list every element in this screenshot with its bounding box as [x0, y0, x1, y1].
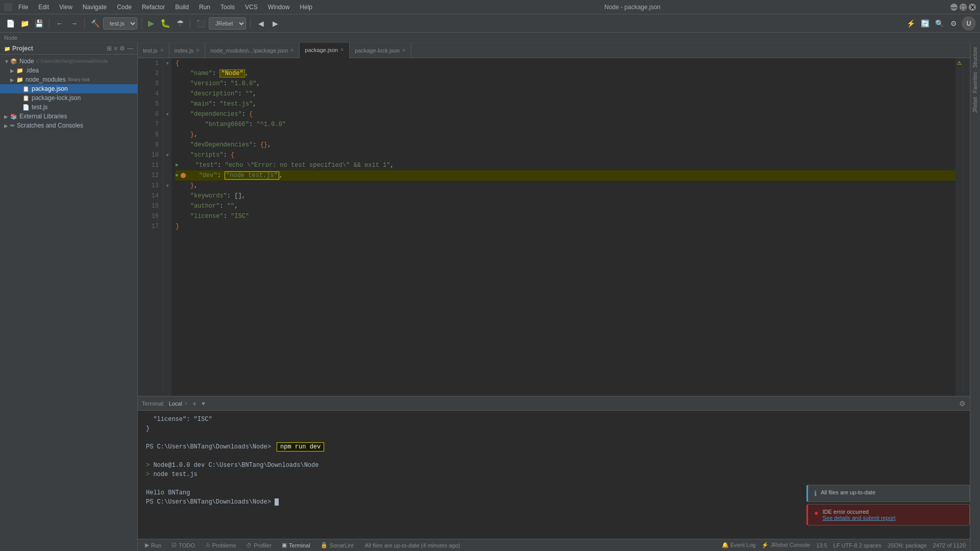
tab-index-js[interactable]: index.js ✕ [169, 43, 205, 58]
user-avatar[interactable]: U [962, 16, 976, 31]
debug-button[interactable]: 🐛 [158, 17, 173, 29]
close-button[interactable]: ✕ [969, 4, 976, 11]
event-log-btn[interactable]: 🔔 Event Log [722, 542, 756, 548]
terminal-add-button[interactable]: + [192, 399, 197, 408]
code-editor[interactable]: { "name": "Node", "version": "1.0.0", "d… [172, 58, 955, 396]
breakpoint-icon[interactable] [181, 173, 186, 178]
separator-2 [84, 18, 85, 29]
toolbar-prev[interactable]: ◀ [255, 17, 267, 30]
coverage-button[interactable]: ☂ [175, 17, 186, 29]
close-icon[interactable]: ✕ [340, 47, 344, 53]
problems-status-button[interactable]: ⚠ Problems [202, 539, 239, 552]
tree-item-package-json[interactable]: 📋 package.json [0, 84, 137, 93]
toolbar-next[interactable]: ▶ [269, 17, 281, 30]
terminal-tab-local[interactable]: Local ✕ [169, 400, 188, 407]
tab-node-modules-package[interactable]: node_modules\...\package.json ✕ [205, 43, 300, 58]
tree-label-idea: .idea [26, 67, 39, 74]
todo-status-button[interactable]: ☑ TODO [168, 539, 198, 552]
close-icon[interactable]: ✕ [402, 47, 406, 53]
open-button[interactable]: 📁 [18, 17, 31, 30]
run-config-dropdown[interactable]: test.js [103, 17, 137, 30]
back-button[interactable]: ← [54, 17, 66, 30]
forward-button[interactable]: → [68, 17, 80, 30]
save-button[interactable]: 💾 [33, 17, 45, 30]
tree-item-ext-libs[interactable]: ▶ 📚 External Libraries [0, 112, 137, 121]
new-file-button[interactable]: 📄 [4, 17, 16, 30]
sidebar-header-icons[interactable]: ⊞ ≡ ⚙ — [107, 45, 133, 52]
close-icon[interactable]: ✕ [290, 47, 294, 53]
editor-scrollbar[interactable] [963, 58, 970, 396]
menu-bar[interactable]: File Edit View Navigate Code Refactor Bu… [16, 3, 314, 12]
menu-vcs[interactable]: VCS [243, 3, 260, 12]
menu-tools[interactable]: Tools [218, 3, 237, 12]
terminal-settings-icon[interactable]: ⚙ [959, 399, 966, 408]
jrebel-console-btn[interactable]: ⚡ JRebel Console [762, 542, 810, 548]
fold-arrow-13[interactable]: ▼ [163, 181, 172, 191]
maximize-button[interactable]: □ [960, 4, 967, 11]
menu-navigate[interactable]: Navigate [81, 3, 109, 12]
jrebel-panel-button[interactable]: JRebel [972, 97, 978, 113]
run-button[interactable]: ▶ [146, 17, 156, 29]
fold-arrow-6[interactable]: ▼ [163, 109, 172, 119]
profiler-status-button[interactable]: ⏱ Profiler [243, 539, 275, 552]
favorites-panel-button[interactable]: Favorites [972, 72, 978, 93]
encoding-info[interactable]: LF UTF-8 2 spaces [834, 542, 881, 548]
tree-item-package-lock[interactable]: 📋 package-lock.json [0, 93, 137, 103]
tree-item-node[interactable]: ▼ 📦 Node C:\Users\BNTang\Downloads\Node [0, 57, 137, 66]
line-num: 5 [142, 99, 159, 109]
structure-panel-button[interactable]: Structure [972, 47, 978, 68]
code-token: "main": "test.js", [176, 99, 256, 109]
run-marker-icon[interactable]: ▶ [176, 160, 179, 170]
fold-arrow-10[interactable]: ▼ [163, 150, 172, 160]
close-icon[interactable]: ✕ [195, 47, 200, 53]
menu-run[interactable]: Run [197, 3, 212, 12]
sidebar-collapse-btn[interactable]: ≡ [114, 45, 117, 52]
sidebar-settings-btn[interactable]: ⚙ [119, 45, 125, 52]
menu-view[interactable]: View [57, 3, 75, 12]
terminal-chevron-button[interactable]: ▼ [201, 400, 206, 407]
window-controls[interactable]: — □ ✕ [950, 4, 976, 11]
terminal-output-line: > node test.js [146, 470, 962, 479]
line-num: 6 [142, 109, 159, 119]
jrebel-dropdown[interactable]: JRebel [209, 17, 246, 30]
sonarlint-icon: 🔒 [321, 542, 328, 548]
search-btn[interactable]: 🔍 [933, 17, 945, 30]
file-type-info[interactable]: JSON: package [888, 542, 927, 548]
sidebar-minimize-btn[interactable]: — [127, 45, 133, 52]
menu-window[interactable]: Window [266, 3, 292, 12]
menu-build[interactable]: Build [173, 3, 191, 12]
menu-refactor[interactable]: Refactor [140, 3, 167, 12]
tree-item-idea[interactable]: ▶ 📁 .idea [0, 66, 137, 75]
tree-item-scratches[interactable]: ▶ ✏ Scratches and Consoles [0, 121, 137, 130]
run-marker-icon[interactable]: ▶ [176, 170, 179, 181]
fold-arrow-2 [163, 68, 172, 79]
build-button[interactable]: 🔨 [89, 17, 101, 30]
close-icon[interactable]: ✕ [160, 47, 164, 53]
close-icon[interactable]: ✕ [184, 401, 188, 406]
title-bar: File Edit View Navigate Code Refactor Bu… [0, 0, 980, 14]
sync-btn[interactable]: 🔄 [919, 17, 931, 30]
sonarlint-status-button[interactable]: 🔒 SonarLint [317, 539, 357, 552]
tree-item-test-js[interactable]: 📄 test.js [0, 103, 137, 112]
cursor-position[interactable]: 13:5 [816, 542, 827, 548]
settings-btn[interactable]: ⚙ [947, 17, 960, 30]
tab-test-js[interactable]: test.js ✕ [138, 43, 169, 58]
menu-help[interactable]: Help [298, 3, 314, 12]
breadcrumb-node[interactable]: Node [4, 35, 17, 41]
code-token: "bntang6666": "^1.0.0" [176, 119, 286, 130]
menu-edit[interactable]: Edit [36, 3, 51, 12]
sidebar-layout-btn[interactable]: ⊞ [107, 45, 112, 52]
tab-package-lock[interactable]: package-lock.json ✕ [350, 43, 411, 58]
tree-item-node-modules[interactable]: ▶ 📁 node_modules library root [0, 75, 137, 84]
run-status-button[interactable]: ▶ Run [142, 539, 164, 552]
menu-file[interactable]: File [16, 3, 30, 12]
jrebel-icon-btn[interactable]: ⚡ [904, 17, 917, 30]
notification-error-link[interactable]: See details and submit report [822, 515, 895, 521]
code-line-8: }, [176, 130, 955, 140]
minimize-button[interactable]: — [950, 4, 958, 11]
menu-code[interactable]: Code [115, 3, 134, 12]
fold-arrow-1[interactable]: ▼ [163, 58, 172, 68]
terminal-status-button[interactable]: ▣ Terminal [279, 539, 313, 552]
tab-package-json[interactable]: package.json ✕ [300, 43, 350, 58]
stop-button[interactable]: ⬛ [194, 17, 207, 30]
